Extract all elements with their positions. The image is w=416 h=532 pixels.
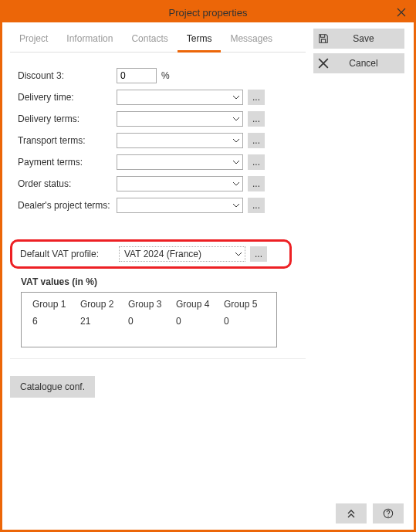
cancel-icon (313, 58, 333, 69)
input-discount3[interactable] (117, 68, 157, 83)
dropdown-order-status[interactable] (117, 176, 243, 191)
row-transport-terms: Transport terms: ... (18, 131, 306, 150)
label-payment-terms: Payment terms: (18, 157, 117, 168)
ellipsis-payment-terms[interactable]: ... (248, 154, 265, 170)
tab-messages[interactable]: Messages (221, 29, 282, 52)
suffix-discount3: % (161, 70, 170, 81)
tabs: Project Information Contacts Terms Messa… (10, 29, 306, 53)
chevron-down-icon (232, 158, 240, 166)
vat-col-header: Group 5 (224, 299, 272, 310)
catalogue-conf-button[interactable]: Catalogue conf. (10, 376, 95, 398)
close-icon (397, 8, 406, 17)
label-dealer-terms: Dealer's project terms: (18, 200, 117, 211)
label-discount3: Discount 3: (18, 70, 117, 81)
dropdown-dealer-terms[interactable] (117, 198, 243, 213)
vat-header-row: Group 1 Group 2 Group 3 Group 4 Group 5 (22, 297, 276, 314)
chevron-down-icon (235, 250, 242, 258)
help-button[interactable] (373, 503, 404, 524)
label-delivery-time: Delivery time: (18, 92, 117, 103)
vat-col-header: Group 3 (128, 299, 176, 310)
dropdown-transport-terms[interactable] (117, 133, 243, 148)
row-order-status: Order status: ... (18, 175, 306, 193)
dropdown-delivery-time[interactable] (117, 90, 243, 105)
tab-terms[interactable]: Terms (178, 29, 222, 53)
ellipsis-dealer-terms[interactable]: ... (248, 198, 265, 213)
vat-value: 21 (80, 316, 128, 327)
ellipsis-transport-terms[interactable]: ... (248, 133, 265, 148)
row-payment-terms: Payment terms: ... (18, 153, 306, 171)
window-title: Project properties (169, 7, 248, 19)
row-discount3: Discount 3: % (18, 66, 306, 85)
collapse-button[interactable] (336, 503, 367, 524)
tab-information[interactable]: Information (57, 29, 122, 52)
close-button[interactable] (394, 5, 409, 20)
tab-project[interactable]: Project (10, 29, 57, 52)
svg-point-1 (387, 516, 388, 517)
chevron-down-icon (232, 93, 240, 101)
vat-col-header: Group 2 (80, 299, 128, 310)
ellipsis-delivery-terms[interactable]: ... (248, 111, 265, 127)
help-icon (383, 508, 394, 519)
side-actions: Save Cancel (313, 22, 414, 502)
title-bar: Project properties (2, 2, 414, 22)
vat-values-table: Group 1 Group 2 Group 3 Group 4 Group 5 … (21, 292, 277, 347)
dropdown-delivery-terms[interactable] (117, 111, 243, 127)
chevron-down-icon (232, 202, 240, 209)
tab-contacts[interactable]: Contacts (122, 29, 177, 52)
vat-value: 0 (176, 316, 224, 327)
vat-value: 0 (224, 316, 272, 327)
chevron-down-icon (232, 137, 240, 144)
ellipsis-order-status[interactable]: ... (248, 176, 265, 191)
vat-col-header: Group 1 (32, 299, 80, 310)
cancel-button[interactable]: Cancel (313, 53, 404, 73)
vat-col-header: Group 4 (176, 299, 224, 310)
dropdown-vat-profile[interactable]: VAT 2024 (France) (119, 246, 245, 262)
save-button[interactable]: Save (313, 29, 404, 49)
separator (10, 358, 306, 359)
save-icon (313, 33, 333, 44)
vat-values-heading: VAT values (in %) (21, 276, 306, 287)
chevron-down-icon (232, 115, 240, 123)
dropdown-payment-terms[interactable] (117, 154, 243, 170)
row-delivery-terms: Delivery terms: ... (18, 110, 306, 128)
double-chevron-up-icon (346, 508, 357, 519)
label-transport-terms: Transport terms: (18, 135, 117, 146)
row-dealer-terms: Dealer's project terms: ... (18, 196, 306, 215)
bottom-bar (336, 500, 411, 527)
vat-value-row: 6 21 0 0 0 (22, 314, 276, 331)
row-delivery-time: Delivery time: ... (18, 88, 306, 107)
vat-profile-highlight: Default VAT profile: VAT 2024 (France) .… (10, 239, 292, 269)
vat-value: 6 (32, 316, 80, 327)
label-vat-profile: Default VAT profile: (20, 249, 119, 259)
ellipsis-delivery-time[interactable]: ... (248, 90, 265, 105)
label-delivery-terms: Delivery terms: (18, 114, 117, 124)
label-order-status: Order status: (18, 178, 117, 189)
ellipsis-vat-profile[interactable]: ... (250, 246, 267, 262)
chevron-down-icon (232, 180, 240, 188)
vat-value: 0 (128, 316, 176, 327)
terms-form: Discount 3: % Delivery time: ... Deliver… (10, 66, 306, 215)
